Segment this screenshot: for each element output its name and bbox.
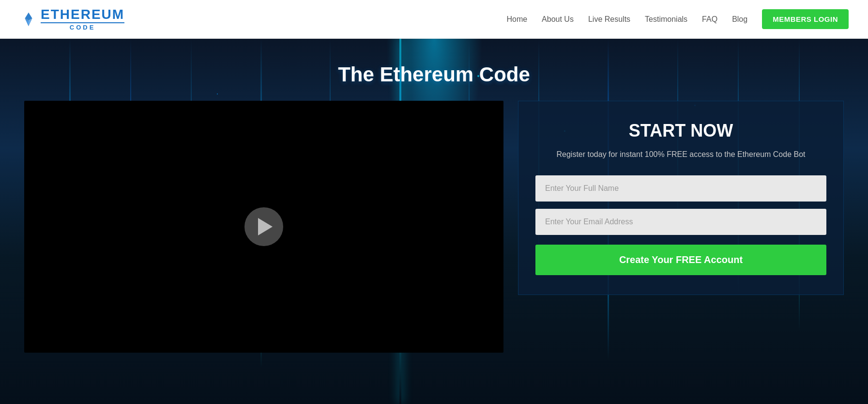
logo-text: ETHEREUM CODE [41, 8, 124, 31]
signup-panel: START NOW Register today for instant 100… [518, 101, 844, 295]
create-account-button[interactable]: Create Your FREE Account [535, 245, 826, 275]
full-name-input[interactable] [535, 175, 826, 202]
logo-ethereum-text: ETHEREUM [41, 8, 124, 21]
navigation: Home About Us Live Results Testimonials … [506, 9, 849, 29]
play-icon [258, 218, 273, 235]
nav-faq[interactable]: FAQ [702, 15, 717, 24]
video-player [24, 101, 503, 353]
nav-live-results[interactable]: Live Results [588, 15, 630, 24]
header: ETHEREUM CODE Home About Us Live Results… [0, 0, 868, 39]
email-input[interactable] [535, 209, 826, 235]
nav-about[interactable]: About Us [542, 15, 574, 24]
play-button[interactable] [244, 207, 283, 246]
nav-home[interactable]: Home [506, 15, 527, 24]
signup-title: START NOW [535, 121, 826, 141]
logo: ETHEREUM CODE [19, 8, 124, 31]
signup-subtitle: Register today for instant 100% FREE acc… [535, 148, 826, 161]
hero-section: The Ethereum Code START NOW Register tod… [0, 39, 868, 404]
logo-code-text: CODE [41, 22, 124, 31]
members-login-button[interactable]: MEMBERS LOGIN [762, 9, 849, 29]
nav-testimonials[interactable]: Testimonials [645, 15, 687, 24]
logo-icon [19, 10, 38, 29]
nav-blog[interactable]: Blog [732, 15, 747, 24]
hero-title: The Ethereum Code [0, 39, 868, 101]
hero-content: START NOW Register today for instant 100… [0, 101, 868, 353]
